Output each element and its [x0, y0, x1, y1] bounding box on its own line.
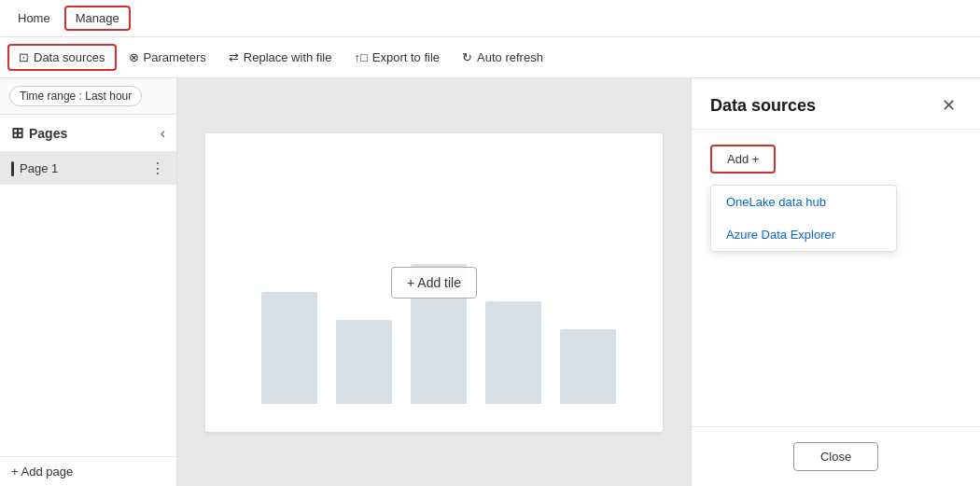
panel-header: Data sources ✕ [692, 78, 980, 130]
right-panel: Data sources ✕ Add + OneLake data hub Az… [691, 78, 980, 486]
data-sources-button[interactable]: ⊡ Data sources [7, 44, 117, 71]
page-1-label: Page 1 [20, 161, 58, 175]
export-icon: ↑□ [354, 50, 367, 64]
collapse-pages-icon[interactable]: ‹ [161, 125, 165, 142]
close-button[interactable]: Close [793, 442, 878, 471]
add-tile-button[interactable]: + Add tile [391, 267, 477, 299]
nav-manage[interactable]: Manage [64, 6, 131, 31]
page-more-options-icon[interactable]: ⋮ [150, 160, 165, 177]
parameters-icon: ⊗ [129, 50, 139, 64]
time-range-badge[interactable]: Time range : Last hour [9, 86, 142, 106]
pages-icon: ⊞ [11, 124, 23, 142]
bar-2 [336, 320, 392, 404]
add-page-button[interactable]: + Add page [0, 456, 176, 486]
bar-1 [261, 292, 317, 404]
main-area: Time range : Last hour ⊞ Pages ‹ Page 1 … [0, 78, 980, 486]
bar-4 [485, 301, 541, 404]
replace-with-file-button[interactable]: ⇄ Replace with file [218, 45, 343, 70]
time-range-label: Time range : Last hour [20, 90, 132, 103]
left-sidebar: Time range : Last hour ⊞ Pages ‹ Page 1 … [0, 78, 177, 486]
export-to-file-button[interactable]: ↑□ Export to file [343, 45, 450, 70]
panel-body: Add + OneLake data hub Azure Data Explor… [692, 130, 980, 426]
nav-home[interactable]: Home [7, 7, 61, 30]
data-sources-icon: ⊡ [19, 50, 29, 64]
add-button-label: Add + [727, 152, 759, 166]
pages-title: ⊞ Pages [11, 124, 67, 142]
add-tile-label: + Add tile [407, 275, 461, 290]
data-source-dropdown: OneLake data hub Azure Data Explorer [710, 185, 897, 252]
auto-refresh-button[interactable]: ↻ Auto refresh [452, 45, 553, 70]
panel-title: Data sources [710, 96, 816, 116]
pages-header: ⊞ Pages ‹ [0, 115, 176, 152]
page-bar-indicator [11, 161, 14, 176]
canvas-area: + Add tile [177, 78, 691, 486]
azure-data-explorer-item[interactable]: Azure Data Explorer [711, 218, 896, 251]
bar-5 [560, 329, 616, 404]
auto-refresh-icon: ↻ [462, 50, 472, 64]
canvas-content: + Add tile [205, 133, 663, 432]
parameters-button[interactable]: ⊗ Parameters [119, 45, 217, 70]
panel-footer: Close [692, 426, 980, 486]
add-page-label: + Add page [11, 465, 73, 479]
toolbar: ⊡ Data sources ⊗ Parameters ⇄ Replace wi… [0, 37, 980, 78]
onelake-data-hub-item[interactable]: OneLake data hub [711, 186, 896, 218]
page-1-item[interactable]: Page 1 ⋮ [0, 152, 176, 185]
add-data-source-button[interactable]: Add + [710, 145, 776, 174]
time-range-bar: Time range : Last hour [0, 78, 176, 115]
replace-icon: ⇄ [229, 50, 239, 64]
top-nav: Home Manage [0, 0, 980, 37]
close-panel-icon[interactable]: ✕ [936, 93, 961, 118]
